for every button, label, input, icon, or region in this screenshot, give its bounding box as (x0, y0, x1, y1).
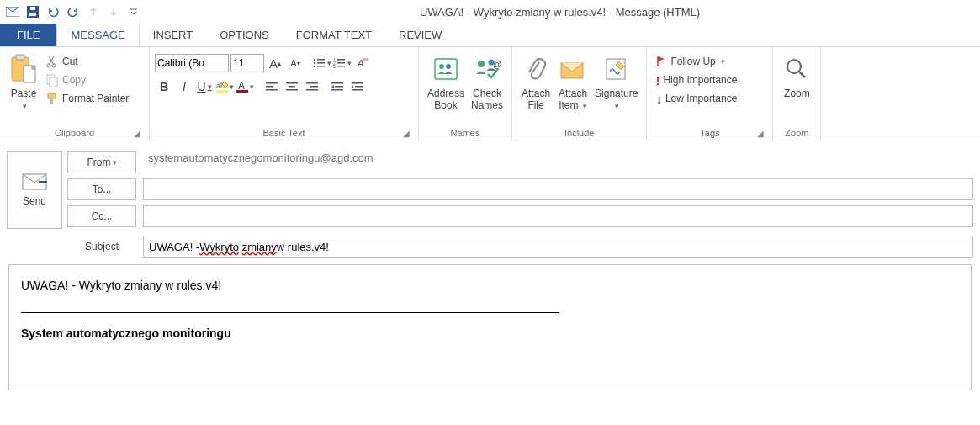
check-names-label: Check Names (471, 88, 503, 111)
signature-icon (604, 52, 629, 86)
paste-button[interactable]: Paste▾ (5, 50, 42, 125)
font-name-select[interactable] (155, 54, 229, 72)
svg-rect-22 (337, 62, 345, 64)
cc-button[interactable]: Cc... (67, 205, 136, 227)
svg-rect-11 (48, 93, 56, 98)
align-right-icon[interactable] (303, 77, 321, 96)
svg-rect-45 (352, 89, 363, 91)
tab-format-text[interactable]: FORMAT TEXT (283, 24, 385, 46)
cut-label: Cut (62, 56, 78, 67)
align-left-icon[interactable] (262, 77, 281, 96)
chevron-down-icon: ▾ (615, 102, 619, 110)
tab-review[interactable]: REVIEW (385, 24, 455, 46)
bullet-list-icon[interactable]: ▾ (313, 54, 331, 72)
zoom-button[interactable]: Zoom (778, 50, 815, 125)
next-icon (104, 3, 123, 21)
clipboard-group-label: Clipboard (55, 128, 94, 138)
from-label: From (87, 157, 111, 168)
decrease-indent-icon[interactable] (328, 77, 347, 96)
format-painter-icon (45, 92, 59, 105)
svg-text:A: A (238, 80, 245, 92)
flag-icon (655, 56, 667, 67)
window-title: UWAGA! - Wykryto zmiany w rules.v4! - Me… (143, 6, 977, 19)
svg-rect-43 (352, 82, 363, 84)
high-importance-button[interactable]: ! High Importance (652, 71, 740, 89)
italic-icon[interactable]: I (175, 77, 193, 96)
svg-text:@: @ (493, 60, 501, 69)
font-size-select[interactable] (230, 54, 264, 72)
redo-icon[interactable] (64, 3, 82, 21)
window-icon[interactable] (3, 3, 22, 21)
copy-icon (45, 73, 59, 87)
basic-text-group-label: Basic Text (263, 128, 305, 138)
low-importance-label: Low Importance (665, 93, 737, 104)
svg-text:A: A (357, 58, 363, 68)
svg-rect-12 (50, 98, 53, 104)
svg-point-48 (446, 64, 451, 69)
cut-button[interactable]: Cut (42, 52, 132, 71)
highlight-icon[interactable]: ab▾ (215, 77, 234, 96)
attach-file-button[interactable]: Attach File (517, 50, 554, 125)
grow-font-icon[interactable]: A▴ (266, 54, 284, 72)
to-button[interactable]: To... (67, 178, 136, 200)
svg-rect-33 (266, 89, 278, 91)
font-color-icon[interactable]: A▾ (236, 77, 254, 96)
basic-text-dialog-launcher[interactable]: ◢ (403, 129, 413, 139)
qat-customize-icon[interactable] (124, 3, 143, 21)
attach-item-button[interactable]: Attach Item ▾ (554, 50, 591, 125)
cc-input[interactable] (143, 205, 973, 227)
svg-point-15 (314, 62, 315, 64)
tab-options[interactable]: OPTIONS (206, 24, 283, 46)
svg-rect-14 (317, 59, 325, 61)
save-icon[interactable] (24, 3, 42, 21)
to-input[interactable] (143, 178, 973, 200)
high-importance-label: High Importance (663, 74, 737, 86)
svg-text:3: 3 (333, 64, 336, 69)
format-painter-button[interactable]: Format Painter (42, 89, 132, 108)
svg-rect-28 (216, 90, 228, 93)
include-group-label: Include (517, 125, 641, 141)
address-book-button[interactable]: Address Book (424, 50, 468, 125)
clear-formatting-icon[interactable]: A (353, 54, 372, 72)
previous-icon (84, 3, 103, 21)
follow-up-button[interactable]: Follow Up ▾ (652, 52, 740, 71)
names-group-label: Names (424, 125, 506, 141)
check-names-icon: @ (473, 52, 501, 86)
svg-rect-31 (266, 82, 278, 84)
numbered-list-icon[interactable]: 123▾ (333, 54, 352, 72)
underline-icon[interactable]: U▾ (195, 77, 214, 96)
zoom-group-label: Zoom (778, 125, 815, 141)
tab-insert[interactable]: INSERT (140, 24, 206, 46)
tags-dialog-launcher[interactable]: ◢ (757, 129, 767, 139)
copy-label: Copy (62, 74, 86, 86)
subject-input[interactable]: UWAGA! - Wykryto zmiany w rules.v4! (143, 236, 973, 258)
high-importance-icon: ! (655, 73, 660, 88)
increase-indent-icon[interactable] (348, 77, 367, 96)
send-label: Send (23, 195, 46, 207)
send-button[interactable]: Send (7, 151, 62, 229)
copy-button[interactable]: Copy (42, 71, 132, 89)
message-body[interactable]: UWAGA! - Wykryto zmiany w rules.v4! Syst… (8, 264, 972, 390)
svg-rect-32 (266, 86, 273, 88)
low-importance-button[interactable]: ↓ Low Importance (652, 89, 740, 108)
chevron-down-icon: ▾ (23, 102, 27, 110)
check-names-button[interactable]: @ Check Names (468, 50, 506, 125)
svg-rect-44 (355, 86, 363, 88)
zoom-icon (784, 52, 809, 86)
svg-rect-34 (286, 82, 298, 84)
clipboard-dialog-launcher[interactable]: ◢ (134, 129, 144, 139)
body-line-1: UWAGA! - Wykryto zmiany w rules.v4! (21, 279, 959, 292)
svg-rect-36 (286, 89, 298, 91)
shrink-font-icon[interactable]: A▾ (286, 54, 305, 72)
signature-button[interactable]: Signature▾ (591, 50, 641, 125)
svg-rect-40 (331, 82, 343, 84)
svg-rect-46 (435, 59, 457, 79)
undo-icon[interactable] (44, 3, 62, 21)
from-button[interactable]: From ▾ (67, 151, 136, 173)
svg-rect-30 (236, 90, 248, 93)
align-center-icon[interactable] (283, 77, 301, 96)
tab-file[interactable]: FILE (0, 24, 56, 46)
tags-group-label: Tags (700, 128, 719, 138)
tab-message[interactable]: MESSAGE (56, 24, 139, 46)
bold-icon[interactable]: B (155, 77, 173, 96)
